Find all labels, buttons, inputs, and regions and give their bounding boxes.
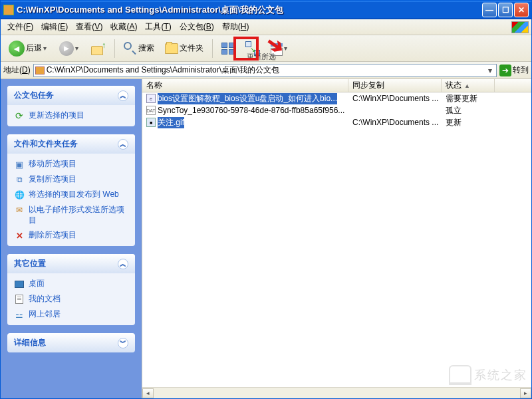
delete-icon: ✕	[14, 230, 25, 241]
desktop-icon	[14, 279, 25, 289]
windows-flag-icon	[511, 21, 529, 33]
chevron-up-icon[interactable]: ︽	[118, 259, 128, 269]
column-status[interactable]: 状态▲	[442, 79, 495, 92]
cell-status: 更新	[442, 116, 495, 129]
titlebar[interactable]: C:\WinXP\Documents and Settings\Administ…	[1, 1, 531, 19]
menu-edit[interactable]: 编辑(E)	[37, 19, 72, 35]
file-list: 名称 同步复制 状态▲ ebios设置图解教程_bios设置u盘启动_如何进入b…	[142, 79, 531, 398]
search-button[interactable]: 搜索	[120, 41, 158, 57]
panel-body: 桌面 我的文档 ⚍网上邻居	[7, 273, 135, 325]
cell-status: 需要更新	[442, 92, 495, 105]
scroll-track[interactable]	[154, 388, 520, 398]
back-button[interactable]: ◄ 后退 ▾	[5, 39, 53, 58]
search-icon	[124, 42, 137, 55]
menu-view[interactable]: 查看(V)	[72, 19, 106, 35]
refresh-icon: ⟳	[14, 110, 25, 121]
separator	[114, 39, 115, 58]
chevron-down-icon[interactable]: ︾	[118, 338, 128, 348]
briefcase-icon	[3, 5, 14, 15]
view-dropdown-icon[interactable]: ▾	[284, 45, 289, 52]
panel-details: 详细信息 ︾	[7, 333, 135, 352]
window-title: C:\WinXP\Documents and Settings\Administ…	[17, 4, 481, 16]
column-headers: 名称 同步复制 状态▲	[142, 79, 531, 92]
address-path: C:\WinXP\Documents and Settings\Administ…	[47, 65, 280, 76]
place-network[interactable]: ⚍网上邻居	[14, 309, 128, 320]
explorer-window: C:\WinXP\Documents and Settings\Administ…	[0, 0, 532, 399]
task-update-selected[interactable]: ⟳ 更新选择的项目	[14, 110, 128, 121]
mail-icon: ✉	[14, 205, 25, 215]
menu-briefcase[interactable]: 公文包(B)	[176, 19, 218, 35]
globe-icon: 🌐	[14, 190, 25, 200]
close-button[interactable]: ✕	[514, 3, 529, 17]
cell-status: 孤立	[442, 104, 495, 117]
task-email[interactable]: ✉以电子邮件形式发送所选项目	[14, 205, 128, 225]
panel-file-tasks: 文件和文件夹任务 ︽ ▣移动所选项目 ⧉复制所选项目 🌐将选择的项目发布到 We…	[7, 134, 135, 246]
table-row[interactable]: ■关注.gifC:\WinXP\Documents ...更新	[142, 116, 531, 128]
cell-sync: C:\WinXP\Documents ...	[348, 117, 442, 128]
task-publish-web[interactable]: 🌐将选择的项目发布到 Web	[14, 190, 128, 200]
task-delete[interactable]: ✕删除所选项目	[14, 230, 128, 241]
table-row[interactable]: DATSyncToy_1e930760-5978-46de-876d-ffb85…	[142, 104, 531, 116]
menubar: 文件(F) 编辑(E) 查看(V) 收藏(A) 工具(T) 公文包(B) 帮助(…	[1, 19, 531, 35]
cell-name: ebios设置图解教程_bios设置u盘启动_如何进入bio...	[142, 92, 348, 105]
cell-sync	[348, 110, 442, 111]
menu-help[interactable]: 帮助(H)	[218, 19, 253, 35]
column-name[interactable]: 名称	[142, 79, 348, 92]
folders-button[interactable]: 文件夹	[161, 41, 207, 55]
file-html-icon: e	[146, 94, 156, 103]
panel-other-places: 其它位置 ︽ 桌面 我的文档 ⚍网上邻居	[7, 254, 135, 325]
place-desktop[interactable]: 桌面	[14, 279, 128, 289]
forward-button[interactable]: ► ▾	[55, 40, 84, 57]
place-my-documents[interactable]: 我的文档	[14, 294, 128, 305]
minimize-button[interactable]: —	[482, 3, 497, 17]
toolbar-sublabel: 更新所选	[247, 52, 276, 62]
network-icon: ⚍	[14, 309, 25, 320]
up-button[interactable]: ↑	[87, 41, 110, 57]
panel-header[interactable]: 公文包任务 ︽	[7, 86, 135, 105]
back-arrow-icon: ◄	[9, 41, 25, 57]
panel-body: ▣移动所选项目 ⧉复制所选项目 🌐将选择的项目发布到 Web ✉以电子邮件形式发…	[7, 154, 135, 246]
task-move[interactable]: ▣移动所选项目	[14, 159, 128, 170]
go-icon: ➔	[499, 65, 511, 76]
task-copy[interactable]: ⧉复制所选项目	[14, 174, 128, 185]
move-icon: ▣	[14, 159, 25, 170]
column-sync-copy[interactable]: 同步复制	[348, 79, 442, 92]
chevron-up-icon[interactable]: ︽	[118, 139, 128, 150]
folder-icon	[165, 43, 178, 54]
panel-header[interactable]: 其它位置 ︽	[7, 254, 135, 273]
task-sidebar: 公文包任务 ︽ ⟳ 更新选择的项目 文件和文件夹任务 ︽ ▣移动所选项目	[1, 79, 142, 398]
copy-icon: ⧉	[14, 174, 25, 185]
sort-asc-icon: ▲	[464, 82, 470, 89]
update-all-button[interactable]	[217, 41, 239, 56]
scroll-right-button[interactable]: ▸	[520, 388, 531, 398]
scroll-left-button[interactable]: ◂	[142, 388, 154, 398]
content-area: 公文包任务 ︽ ⟳ 更新选择的项目 文件和文件夹任务 ︽ ▣移动所选项目	[1, 79, 531, 398]
go-button[interactable]: ➔ 转到	[499, 65, 529, 76]
toolbar: ◄ 后退 ▾ ► ▾ ↑ 搜索 文件夹 ↘ ▾	[1, 35, 531, 62]
cell-name: DATSyncToy_1e930760-5978-46de-876d-ffb85…	[142, 105, 348, 116]
address-bar: 地址(D) C:\WinXP\Documents and Settings\Ad…	[1, 62, 531, 79]
panel-header[interactable]: 详细信息 ︾	[7, 333, 135, 352]
file-gif-icon: ■	[146, 118, 156, 127]
forward-dropdown-icon[interactable]: ▾	[75, 45, 80, 52]
forward-arrow-icon: ►	[59, 41, 74, 56]
file-rows[interactable]: ebios设置图解教程_bios设置u盘启动_如何进入bio...C:\WinX…	[142, 92, 531, 387]
panel-briefcase-tasks: 公文包任务 ︽ ⟳ 更新选择的项目	[7, 86, 135, 126]
menu-tools[interactable]: 工具(T)	[141, 19, 175, 35]
menu-favorites[interactable]: 收藏(A)	[106, 19, 141, 35]
horizontal-scrollbar[interactable]: ◂ ▸	[142, 387, 531, 398]
maximize-button[interactable]: ☐	[498, 3, 513, 17]
separator	[212, 39, 213, 58]
update-all-icon	[221, 43, 235, 55]
chevron-up-icon[interactable]: ︽	[118, 90, 128, 101]
file-dat-icon: DAT	[146, 106, 156, 115]
address-dropdown-icon[interactable]: ▾	[485, 66, 495, 75]
briefcase-icon	[35, 66, 45, 74]
panel-header[interactable]: 文件和文件夹任务 ︽	[7, 134, 135, 154]
panel-body: ⟳ 更新选择的项目	[7, 105, 135, 126]
table-row[interactable]: ebios设置图解教程_bios设置u盘启动_如何进入bio...C:\WinX…	[142, 92, 531, 104]
back-dropdown-icon[interactable]: ▾	[43, 45, 49, 52]
menu-file[interactable]: 文件(F)	[3, 19, 37, 35]
address-field[interactable]: C:\WinXP\Documents and Settings\Administ…	[33, 64, 497, 77]
document-icon	[14, 294, 25, 305]
